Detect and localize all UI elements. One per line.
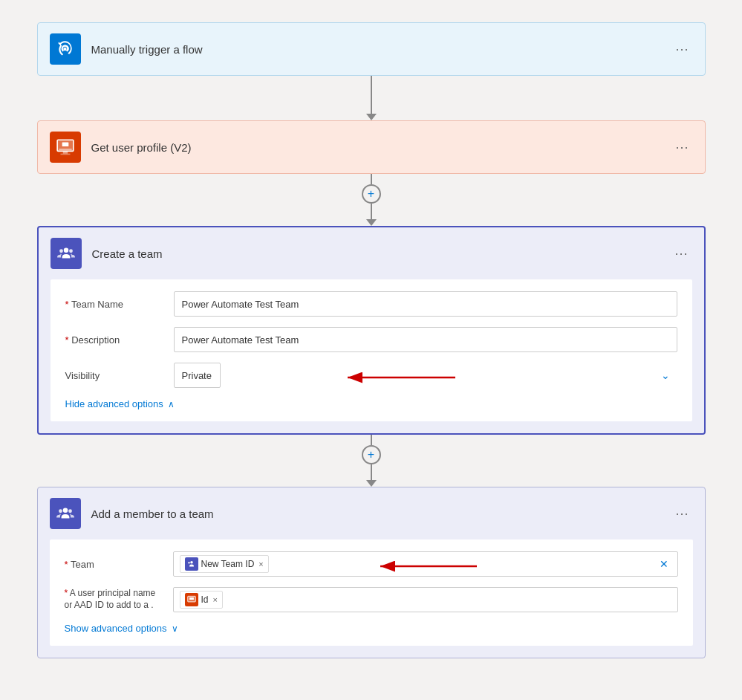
token-office-icon [185,593,198,606]
svg-point-11 [62,508,68,513]
create-team-icon [51,238,82,269]
id-token-label: Id [201,594,209,605]
line-bottom-1 [371,204,372,220]
user-token-field[interactable]: Id × [173,587,678,612]
add-member-card: Add a member to a team ··· Team [37,487,706,658]
description-input[interactable] [174,327,677,352]
add-step-button-2[interactable]: + [362,445,381,464]
svg-rect-5 [60,154,70,155]
add-member-title: Add a member to a team [91,508,662,520]
hide-advanced-chevron-icon: ∧ [168,399,175,409]
id-token-close[interactable]: × [213,595,218,604]
profile-card: Get user profile (V2) ··· [37,120,706,174]
svg-point-14 [190,561,193,564]
id-token: Id × [180,591,223,609]
line-top-1 [371,174,372,184]
profile-more-button[interactable]: ··· [672,137,693,158]
team-name-row: Team Name [65,291,677,317]
connector-plus-1: + [362,174,381,226]
trigger-title: Manually trigger a flow [91,43,662,56]
description-row: Description [65,327,677,352]
create-team-more-button[interactable]: ··· [671,243,692,264]
token-teams-icon [185,557,198,571]
add-member-icon [50,498,81,529]
connector-arrow-2 [366,219,377,226]
connector-line-1 [371,76,372,114]
svg-rect-4 [62,151,68,153]
create-team-title: Create a team [92,247,661,260]
visibility-row: Visibility Private Public ⌄ [65,363,677,388]
create-team-body: Team Name Description Visibility Private… [51,279,692,421]
create-team-header: Create a team ··· [39,227,704,279]
connector-arrow-3 [366,480,377,487]
new-team-id-token-close[interactable]: × [258,560,263,568]
new-team-id-token-label: New Team ID [201,559,255,569]
hide-advanced-label: Hide advanced options [65,398,163,409]
trigger-card: Manually trigger a flow ··· [37,22,706,76]
show-advanced-label: Show advanced options [65,623,167,634]
svg-rect-3 [59,149,71,150]
description-label: Description [65,334,162,346]
svg-point-12 [59,509,62,513]
visibility-chevron-icon: ⌄ [661,369,670,381]
add-member-body: Team New Team ID × [50,539,693,646]
show-advanced-chevron-icon: ∨ [172,623,178,634]
svg-point-6 [63,247,68,253]
profile-icon [50,132,81,163]
add-step-button-1[interactable]: + [362,184,381,204]
connector-1 [366,76,377,120]
svg-point-7 [59,249,63,253]
connector-arrow-1 [366,114,377,120]
user-row: A user principal name or AAD ID to add t… [65,587,678,612]
svg-point-13 [68,509,72,513]
trigger-card-header: Manually trigger a flow ··· [38,23,705,75]
add-member-more-button[interactable]: ··· [672,503,693,524]
hide-advanced-toggle[interactable]: Hide advanced options ∧ [65,398,677,409]
team-name-label: Team Name [65,299,162,310]
svg-point-8 [69,249,73,253]
visibility-select[interactable]: Private Public [174,363,221,388]
visibility-label: Visibility [65,370,162,381]
add-member-header: Add a member to a team ··· [38,487,705,539]
svg-rect-2 [62,143,68,146]
trigger-icon [50,33,81,65]
visibility-select-wrapper: Private Public ⌄ [174,363,677,388]
trigger-more-button[interactable]: ··· [672,39,693,59]
create-team-card: Create a team ··· Team Name Description … [37,226,706,435]
line-top-2 [371,435,372,445]
team-row: Team New Team ID × [65,551,678,577]
flow-canvas: Manually trigger a flow ··· Get user pro… [37,22,706,678]
svg-point-15 [188,562,190,564]
svg-rect-19 [189,597,194,600]
team-name-input[interactable] [174,291,677,317]
show-advanced-toggle[interactable]: Show advanced options ∨ [65,623,678,634]
team-field-label: Team [65,559,161,570]
team-field-clear-button[interactable]: ✕ [657,558,671,570]
new-team-id-token: New Team ID × [180,555,269,573]
connector-plus-2: + [362,435,381,487]
user-field-label: A user principal name or AAD ID to add t… [65,588,161,611]
team-token-field[interactable]: New Team ID × ✕ [173,551,678,577]
profile-title: Get user profile (V2) [91,141,662,154]
line-bottom-2 [371,464,372,481]
profile-card-header: Get user profile (V2) ··· [38,121,705,173]
